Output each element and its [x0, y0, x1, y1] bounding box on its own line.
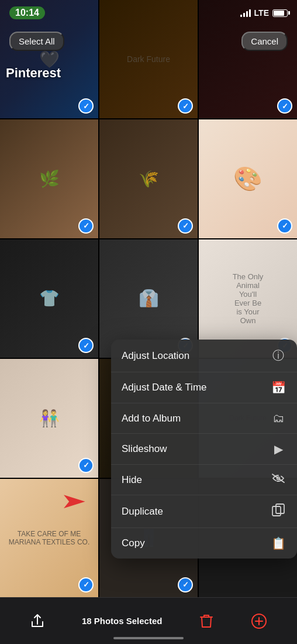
signal-bar-3 [246, 11, 248, 17]
album-icon: 🗂 [270, 412, 286, 425]
check-circle [78, 218, 94, 234]
share-button[interactable] [30, 614, 45, 629]
nav-bar: Select All Cancel [0, 26, 297, 56]
home-indicator [113, 637, 184, 639]
check-circle [78, 577, 94, 592]
cancel-button[interactable]: Cancel [241, 32, 288, 51]
check-circle [78, 338, 94, 353]
menu-item-label: Adjust Location [122, 350, 189, 362]
page-title: Pinterest [6, 66, 61, 81]
photo-cell[interactable]: 🎨 [199, 119, 297, 238]
delete-button[interactable] [199, 613, 214, 629]
photo-cell[interactable]: 🌿 [0, 119, 98, 238]
menu-item-copy[interactable]: Copy 📋 [111, 528, 297, 559]
menu-item-adjust-date[interactable]: Adjust Date & Time 📅 [111, 372, 297, 403]
check-circle [178, 218, 193, 234]
menu-item-label: Adjust Date & Time [122, 382, 207, 393]
photo-cell[interactable]: 🌾 [99, 119, 198, 238]
menu-item-add-to-album[interactable]: Add to Album 🗂 [111, 403, 297, 434]
selection-count: 18 Photos Selected [82, 616, 163, 626]
check-circle [78, 458, 94, 473]
battery-fill [274, 11, 284, 16]
status-time: 10:14 [9, 6, 45, 19]
signal-bars [240, 9, 251, 17]
status-right: LTE [240, 8, 288, 18]
menu-item-duplicate[interactable]: Duplicate [111, 495, 297, 528]
signal-bar-2 [243, 13, 245, 17]
location-icon: ⓘ [270, 348, 286, 364]
more-button[interactable] [251, 613, 267, 629]
photo-cell[interactable]: 👫 [0, 359, 98, 477]
select-all-button[interactable]: Select All [9, 32, 64, 51]
check-circle [277, 218, 292, 234]
carrier-label: LTE [254, 8, 269, 18]
signal-bar-1 [240, 15, 242, 17]
calendar-icon: 📅 [270, 381, 286, 395]
menu-item-adjust-location[interactable]: Adjust Location ⓘ [111, 340, 297, 372]
arrow-annotation: ➤ [60, 489, 87, 513]
menu-item-hide[interactable]: Hide [111, 465, 297, 495]
menu-item-label: Slideshow [122, 443, 167, 455]
battery-icon [272, 9, 288, 17]
copy-icon: 📋 [270, 536, 286, 550]
context-menu: Adjust Location ⓘ Adjust Date & Time 📅 A… [111, 340, 297, 559]
duplicate-icon [270, 503, 286, 519]
signal-bar-4 [249, 9, 251, 17]
menu-item-slideshow[interactable]: Slideshow ▶ [111, 434, 297, 465]
menu-item-label: Copy [122, 537, 145, 549]
status-bar: 10:14 LTE [0, 0, 297, 26]
menu-item-label: Duplicate [122, 506, 163, 518]
check-circle [178, 577, 193, 592]
menu-item-label: Add to Album [122, 413, 181, 424]
photo-cell[interactable]: 👕 [0, 239, 98, 358]
eye-hidden-icon [270, 473, 286, 487]
menu-item-label: Hide [122, 474, 142, 486]
play-icon: ▶ [270, 442, 286, 456]
svg-rect-2 [276, 504, 284, 513]
